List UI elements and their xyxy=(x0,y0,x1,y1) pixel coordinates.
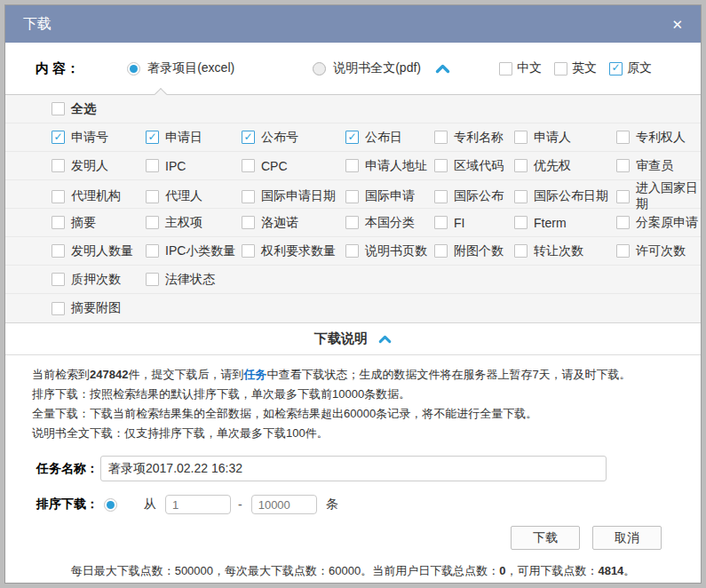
format-option-pdf[interactable]: 说明书全文(pdf) xyxy=(313,60,421,76)
field-checkbox[interactable]: ✓ xyxy=(242,159,255,172)
field-label[interactable]: 摘要附图 xyxy=(71,300,121,316)
field-option[interactable]: ✓公布号 xyxy=(242,130,345,146)
field-label[interactable]: FI xyxy=(454,216,464,230)
field-option[interactable]: ✓法律状态 xyxy=(146,272,242,288)
field-label[interactable]: 质押次数 xyxy=(71,272,121,288)
field-option[interactable]: ✓进入国家日期 xyxy=(616,180,701,212)
field-label[interactable]: 国际申请 xyxy=(365,188,415,204)
field-checkbox[interactable]: ✓ xyxy=(146,131,159,144)
field-option[interactable]: ✓代理机构 xyxy=(52,188,146,204)
checkbox-english[interactable]: ✓ xyxy=(554,62,567,75)
field-checkbox[interactable]: ✓ xyxy=(616,159,630,172)
lang-english-label[interactable]: 英文 xyxy=(572,60,597,76)
field-checkbox[interactable]: ✓ xyxy=(52,302,65,315)
field-checkbox[interactable]: ✓ xyxy=(52,159,65,172)
field-label[interactable]: 本国分类 xyxy=(365,215,415,231)
lang-original-label[interactable]: 原文 xyxy=(627,60,652,76)
field-label[interactable]: 申请人 xyxy=(534,130,571,146)
field-option[interactable]: ✓摘要 xyxy=(52,215,146,231)
field-label[interactable]: 进入国家日期 xyxy=(636,180,701,212)
radio-pdf[interactable] xyxy=(313,62,326,75)
field-label[interactable]: 区域代码 xyxy=(454,158,504,174)
field-option[interactable]: ✓申请号 xyxy=(52,130,146,146)
field-checkbox[interactable]: ✓ xyxy=(146,216,159,229)
field-option[interactable]: ✓申请人地址 xyxy=(345,158,434,174)
field-option[interactable]: ✓主权项 xyxy=(146,215,242,231)
field-checkbox[interactable]: ✓ xyxy=(242,216,255,229)
field-checkbox[interactable]: ✓ xyxy=(514,216,528,229)
lang-option-chinese[interactable]: ✓ 中文 xyxy=(499,60,542,76)
field-label[interactable]: IPC xyxy=(165,159,186,173)
checkbox-select-all[interactable]: ✓ xyxy=(52,102,65,115)
field-checkbox[interactable]: ✓ xyxy=(52,244,65,258)
field-option[interactable]: ✓公布日 xyxy=(345,130,434,146)
checkbox-chinese[interactable]: ✓ xyxy=(499,62,512,75)
field-option[interactable]: ✓申请日 xyxy=(146,130,242,146)
field-checkbox[interactable]: ✓ xyxy=(434,131,448,144)
field-checkbox[interactable]: ✓ xyxy=(345,131,359,144)
field-option[interactable]: ✓国际公布 xyxy=(434,188,514,204)
field-option[interactable]: ✓代理人 xyxy=(146,188,242,204)
lang-option-english[interactable]: ✓ 英文 xyxy=(554,60,597,76)
field-label[interactable]: 申请人地址 xyxy=(365,158,427,174)
field-option[interactable]: ✓CPC xyxy=(242,159,345,173)
field-label[interactable]: 专利权人 xyxy=(636,130,686,146)
field-label[interactable]: 许可次数 xyxy=(636,243,686,259)
field-checkbox[interactable]: ✓ xyxy=(434,216,448,229)
radio-excel[interactable] xyxy=(127,62,140,75)
field-checkbox[interactable]: ✓ xyxy=(345,244,359,258)
field-checkbox[interactable]: ✓ xyxy=(345,216,359,229)
field-option[interactable]: ✓申请人 xyxy=(514,130,616,146)
field-checkbox[interactable]: ✓ xyxy=(514,131,528,144)
field-label[interactable]: 分案原申请 xyxy=(636,215,698,231)
lang-option-original[interactable]: ✓ 原文 xyxy=(609,60,652,76)
field-option[interactable]: ✓质押次数 xyxy=(52,272,146,288)
field-label[interactable]: 权利要求数量 xyxy=(261,243,336,259)
close-icon[interactable]: ✕ xyxy=(671,18,683,31)
field-checkbox[interactable]: ✓ xyxy=(146,190,159,203)
field-label[interactable]: 代理机构 xyxy=(71,188,121,204)
field-option[interactable]: ✓IPC小类数量 xyxy=(146,243,242,259)
field-label[interactable]: 公布日 xyxy=(365,130,402,146)
field-checkbox[interactable]: ✓ xyxy=(514,159,528,172)
field-option[interactable]: ✓附图个数 xyxy=(434,243,514,259)
field-label[interactable]: 摘要 xyxy=(71,215,96,231)
range-from-input[interactable] xyxy=(165,495,231,514)
field-label[interactable]: IPC小类数量 xyxy=(165,243,235,259)
field-checkbox[interactable]: ✓ xyxy=(52,216,65,229)
field-label[interactable]: 发明人数量 xyxy=(71,243,133,259)
field-option[interactable]: ✓本国分类 xyxy=(345,215,434,231)
lang-chinese-label[interactable]: 中文 xyxy=(517,60,542,76)
field-checkbox[interactable]: ✓ xyxy=(345,190,359,203)
field-checkbox[interactable]: ✓ xyxy=(146,273,159,286)
field-label[interactable]: 转让次数 xyxy=(534,243,583,259)
field-label[interactable]: 法律状态 xyxy=(165,272,215,288)
task-name-input[interactable] xyxy=(100,456,607,481)
field-checkbox[interactable]: ✓ xyxy=(242,244,255,258)
field-checkbox[interactable]: ✓ xyxy=(146,159,159,172)
field-checkbox[interactable]: ✓ xyxy=(434,159,448,172)
field-checkbox[interactable]: ✓ xyxy=(434,244,448,258)
field-label[interactable]: 审查员 xyxy=(636,158,673,174)
field-checkbox[interactable]: ✓ xyxy=(52,131,65,144)
field-label[interactable]: 国际申请日期 xyxy=(261,188,336,204)
field-option[interactable]: ✓权利要求数量 xyxy=(242,243,345,259)
field-option[interactable]: ✓洛迦诺 xyxy=(242,215,345,231)
field-checkbox[interactable]: ✓ xyxy=(345,159,359,172)
collapse-fields-button[interactable] xyxy=(435,64,450,74)
field-option[interactable]: ✓专利名称 xyxy=(434,130,514,146)
format-option-excel[interactable]: 著录项目(excel) xyxy=(127,60,234,76)
field-checkbox[interactable]: ✓ xyxy=(242,190,255,203)
field-checkbox[interactable]: ✓ xyxy=(616,190,630,203)
field-option[interactable]: ✓分案原申请 xyxy=(616,215,701,231)
field-checkbox[interactable]: ✓ xyxy=(434,190,448,203)
field-option[interactable]: ✓专利权人 xyxy=(616,130,701,146)
checkbox-original[interactable]: ✓ xyxy=(609,62,623,75)
field-label[interactable]: 发明人 xyxy=(71,158,108,174)
download-info-header[interactable]: 下载说明 xyxy=(5,323,701,355)
format-option-excel-label[interactable]: 著录项目(excel) xyxy=(147,60,234,76)
field-option[interactable]: ✓国际申请 xyxy=(345,188,434,204)
field-option[interactable]: ✓IPC xyxy=(146,159,242,173)
select-all-label[interactable]: 全选 xyxy=(71,101,96,117)
field-option[interactable]: ✓说明书页数 xyxy=(345,243,434,259)
